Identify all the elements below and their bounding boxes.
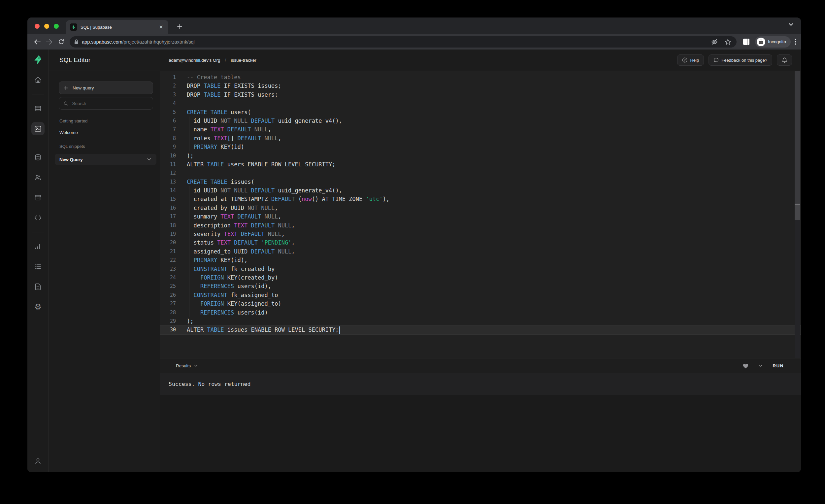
scrollbar-thumb-lower[interactable] (795, 205, 800, 220)
url-host: app.supabase.com (82, 39, 123, 45)
sidebar-item-auth[interactable] (31, 171, 45, 184)
breadcrumb-org[interactable]: adam@windmill.dev's Org (169, 58, 220, 63)
sidebar-item-table-editor[interactable] (31, 102, 45, 115)
chevron-down-icon[interactable] (147, 158, 151, 161)
bell-icon (782, 57, 788, 63)
tab-close-icon[interactable]: ✕ (158, 24, 164, 30)
line-number: 22 (160, 256, 176, 264)
sidebar-item-storage[interactable] (31, 191, 45, 204)
line-number: 1 (160, 73, 176, 81)
reload-icon[interactable] (56, 37, 66, 47)
code-line-8[interactable]: 8 roles TEXT[] DEFAULT NULL, (160, 134, 801, 143)
code-line-1[interactable]: 1-- Create tables (160, 73, 801, 81)
browser-window: SQL | Supabase ✕ app.supabase.com/projec… (27, 17, 801, 472)
breadcrumb-project[interactable]: issue-tracker (231, 58, 256, 63)
tab-strip: SQL | Supabase ✕ (27, 17, 801, 34)
code-line-29[interactable]: 29); (160, 317, 801, 326)
code-line-16[interactable]: 16 created_by UUID NOT NULL, (160, 204, 801, 212)
line-number: 20 (160, 238, 176, 247)
code-line-3[interactable]: 3DROP TABLE IF EXISTS users; (160, 90, 801, 99)
browser-tab[interactable]: SQL | Supabase ✕ (66, 20, 168, 34)
forward-icon[interactable] (44, 37, 55, 47)
sql-editor[interactable]: 1-- Create tables2DROP TABLE IF EXISTS i… (160, 71, 801, 358)
sidebar-item-home[interactable] (31, 73, 45, 86)
url-bar[interactable]: app.supabase.com/project/azahtnhqohyjerz… (70, 36, 737, 48)
notifications-button[interactable] (777, 55, 792, 66)
code-line-19[interactable]: 19 severity TEXT DEFAULT NULL, (160, 230, 801, 238)
results-dropdown[interactable]: Results (176, 363, 198, 368)
sidebar-item-database[interactable] (31, 151, 45, 164)
sidebar-item-api-docs[interactable] (31, 280, 45, 293)
code-line-2[interactable]: 2DROP TABLE IF EXISTS issues; (160, 81, 801, 90)
account-icon[interactable] (31, 454, 45, 468)
line-number: 14 (160, 186, 176, 195)
code-line-24[interactable]: 24 FOREIGN KEY(created_by) (160, 273, 801, 282)
close-window-button[interactable] (34, 24, 40, 29)
favorite-heart-icon[interactable] (743, 363, 749, 369)
search-input[interactable] (72, 101, 149, 106)
code-line-13[interactable]: 13CREATE TABLE issues( (160, 177, 801, 186)
code-line-10[interactable]: 10); (160, 151, 801, 160)
speech-bubble-icon (714, 57, 719, 63)
sidebar-item-sql-editor[interactable] (31, 122, 45, 135)
new-tab-button[interactable] (175, 22, 184, 31)
eye-off-icon[interactable] (709, 37, 720, 47)
code-line-27[interactable]: 27 FOREIGN KEY(assigned_to) (160, 299, 801, 308)
incognito-badge: Incognito (755, 36, 791, 48)
rail-divider (32, 232, 44, 232)
minimize-window-button[interactable] (44, 24, 49, 29)
code-line-6[interactable]: 6 id UUID NOT NULL DEFAULT uuid_generate… (160, 117, 801, 125)
line-number: 7 (160, 125, 176, 134)
code-line-28[interactable]: 28 REFERENCES users(id) (160, 308, 801, 317)
scrollbar-thumb[interactable] (795, 71, 800, 204)
line-number: 4 (160, 99, 176, 107)
side-panel-icon[interactable] (741, 36, 752, 48)
sidebar-item-logs[interactable] (31, 260, 45, 273)
code-line-26[interactable]: 26 CONSTRAINT fk_assigned_to (160, 291, 801, 299)
code-line-22[interactable]: 22 PRIMARY KEY(id), (160, 256, 801, 264)
page-title: SQL Editor (59, 57, 90, 64)
sidebar-item-welcome[interactable]: Welcome (59, 130, 153, 135)
query-result-row: Success. No rows returned (160, 373, 801, 395)
line-number: 9 (160, 143, 176, 151)
supabase-favicon (70, 23, 77, 31)
code-line-7[interactable]: 7 name TEXT DEFAULT NULL, (160, 125, 801, 134)
sidebar-item-edge-functions[interactable] (31, 211, 45, 224)
code-line-15[interactable]: 15 created_at TIMESTAMPTZ DEFAULT (now()… (160, 195, 801, 203)
back-icon[interactable] (32, 37, 43, 47)
supabase-logo[interactable] (33, 55, 43, 65)
sidebar-item-reports[interactable] (31, 240, 45, 253)
code-line-30[interactable]: 30ALTER TABLE issues ENABLE ROW LEVEL SE… (160, 326, 801, 334)
code-line-11[interactable]: 11ALTER TABLE users ENABLE ROW LEVEL SEC… (160, 160, 801, 169)
editor-scrollbar[interactable] (795, 71, 800, 358)
snippet-item-new-query[interactable]: New Query (55, 154, 156, 165)
line-number: 23 (160, 265, 176, 273)
code-line-12[interactable]: 12 (160, 169, 801, 177)
url-text: app.supabase.com/project/azahtnhqohyjerz… (82, 39, 706, 45)
code-line-17[interactable]: 17 summary TEXT DEFAULT NULL, (160, 212, 801, 221)
rail-divider (32, 143, 44, 143)
code-line-18[interactable]: 18 description TEXT DEFAULT NULL, (160, 221, 801, 230)
bookmark-star-icon[interactable] (723, 37, 733, 47)
feedback-button[interactable]: Feedback on this page? (708, 55, 772, 66)
code-line-14[interactable]: 14 id UUID NOT NULL DEFAULT uuid_generat… (160, 186, 801, 195)
code-line-5[interactable]: 5CREATE TABLE users( (160, 108, 801, 117)
code-line-25[interactable]: 25 REFERENCES users(id), (160, 282, 801, 290)
code-line-21[interactable]: 21 assigned_to UUID DEFAULT NULL, (160, 247, 801, 256)
tab-search-chevron-icon[interactable] (789, 23, 794, 26)
browser-menu-icon[interactable] (795, 39, 796, 45)
code-line-9[interactable]: 9 PRIMARY KEY(id) (160, 143, 801, 151)
sidebar-item-settings[interactable]: ⚙ (31, 300, 45, 313)
main-content: adam@windmill.dev's Org / issue-tracker … (160, 50, 801, 472)
rail-divider (32, 94, 44, 94)
url-path: /project/azahtnhqohyjerzaxtmk/sql (123, 39, 195, 45)
new-query-button[interactable]: New query (59, 81, 153, 94)
fullscreen-window-button[interactable] (54, 24, 59, 29)
code-line-20[interactable]: 20 status TEXT DEFAULT 'PENDING', (160, 238, 801, 247)
run-options-chevron-icon[interactable] (759, 364, 763, 367)
run-button[interactable]: RUN (772, 363, 784, 368)
code-line-23[interactable]: 23 CONSTRAINT fk_created_by (160, 265, 801, 273)
results-bar: Results RUN (160, 358, 801, 373)
code-line-4[interactable]: 4 (160, 99, 801, 107)
help-button[interactable]: Help (677, 55, 704, 66)
